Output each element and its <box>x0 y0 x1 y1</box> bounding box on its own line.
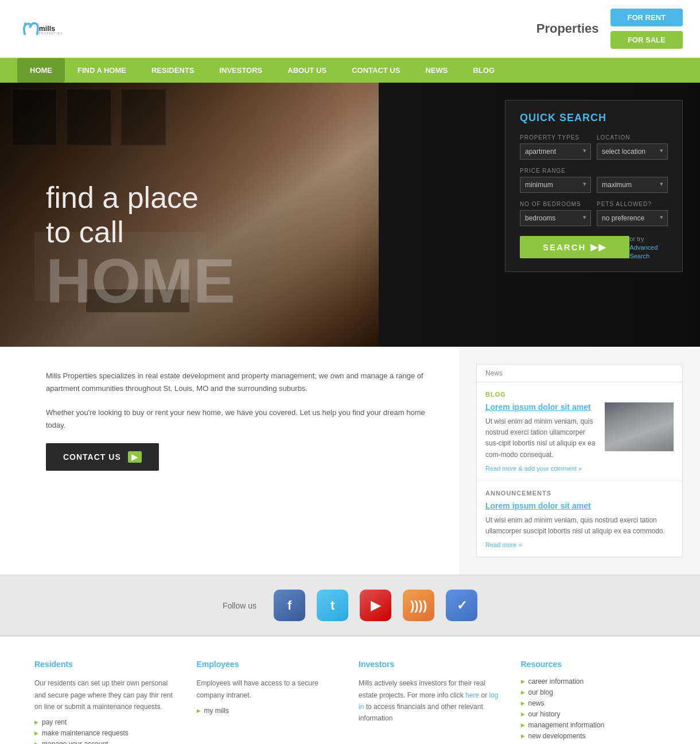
social-bar: Follow us f t ▶ )))) ✓ <box>0 575 700 636</box>
twitter-icon[interactable]: t <box>317 590 348 621</box>
footer-link-news[interactable]: news <box>521 699 666 707</box>
footer-investors-title: Investors <box>359 660 504 669</box>
footer-col-residents: Residents Our residents can set up their… <box>34 660 180 744</box>
qs-property-type-wrap: apartment house condo <box>520 144 591 160</box>
footer-link-career[interactable]: career information <box>521 677 666 685</box>
nav-item-find-a-home[interactable]: FIND A HOME <box>65 58 139 83</box>
main-content: Mills Properties specializes in real est… <box>0 347 700 575</box>
qs-label-location: LOCATION <box>597 134 668 141</box>
qs-location-wrap: select location <box>597 144 668 160</box>
news-box: News BLOG Lorem ipsum dolor sit amet Ut … <box>476 364 683 557</box>
advanced-search-link[interactable]: Advanced Search <box>629 244 658 259</box>
nav-item-residents[interactable]: RESIDENTS <box>139 58 207 83</box>
blog-news-item: Lorem ipsum dolor sit amet Ut wisi enim … <box>485 402 674 472</box>
footer-link-manage-account[interactable]: manage your account <box>34 740 180 744</box>
search-arrow-icon: ▶▶ <box>590 242 606 253</box>
properties-label: Properties <box>536 21 599 36</box>
blog-read-more-link[interactable]: Read more & add your comment » <box>485 465 596 472</box>
for-sale-button[interactable]: FOR SALE <box>610 31 683 49</box>
nav-item-contact-us[interactable]: CONTACT US <box>339 58 413 83</box>
header: mills PROPERTIES Properties FOR RENT FOR… <box>0 0 700 58</box>
youtube-icon[interactable]: ▶ <box>360 590 391 621</box>
nav-item-about-us[interactable]: ABOUT US <box>275 58 339 83</box>
footer-link-maintenance[interactable]: make maintenance requests <box>34 729 180 737</box>
footer-link-management[interactable]: management information <box>521 721 666 729</box>
announce-body: Ut wisi enim ad minim veniam, quis nostr… <box>485 515 674 537</box>
qs-label-price-max-spacer <box>597 168 668 174</box>
about-para1: Mills Properties specializes in real est… <box>46 370 436 395</box>
qs-price-min-select[interactable]: minimum <box>520 177 591 193</box>
hero-line1: find a place <box>46 180 235 215</box>
nav-item-news[interactable]: NEWS <box>413 58 460 83</box>
qs-row-price: PRICE RANGE minimum maximum <box>520 168 668 193</box>
rss-icon[interactable]: )))) <box>403 590 434 621</box>
blog-image <box>605 402 674 451</box>
hero-section: find a place to call HOME QUICK SEARCH P… <box>0 83 700 347</box>
quick-search-title: QUICK SEARCH <box>520 112 668 124</box>
qs-field-pets: PETS ALLOWED? no preference yes no <box>597 201 668 226</box>
follow-text: Follow us <box>223 601 256 610</box>
left-content: Mills Properties specializes in real est… <box>0 347 459 575</box>
svg-text:PROPERTIES: PROPERTIES <box>39 32 63 35</box>
footer-link-new-developments[interactable]: new developments <box>521 732 666 740</box>
footer-link-our-history[interactable]: our history <box>521 710 666 718</box>
qs-price-max-wrap: maximum <box>597 177 668 193</box>
footer-link-our-blog[interactable]: our blog <box>521 688 666 696</box>
header-logo[interactable]: mills PROPERTIES <box>17 19 63 39</box>
qs-property-type-select[interactable]: apartment house condo <box>520 144 591 160</box>
qs-price-min-wrap: minimum <box>520 177 591 193</box>
qs-bedrooms-select[interactable]: bedrooms 1 2 3 <box>520 210 591 226</box>
news-section-header: News <box>477 365 682 382</box>
announce-section-label: ANNOUNCEMENTS <box>485 490 674 497</box>
nav-item-blog[interactable]: BLOG <box>460 58 507 83</box>
blog-section-label: BLOG <box>485 391 674 398</box>
app-icon[interactable]: ✓ <box>446 590 477 621</box>
qs-label-pets: PETS ALLOWED? <box>597 201 668 207</box>
qs-field-bedrooms: NO OF BEDROOMS bedrooms 1 2 3 <box>520 201 591 226</box>
qs-label-property-types: PROPERTY TYPES <box>520 134 591 141</box>
footer-residents-title: Residents <box>34 660 180 669</box>
logo-area: mills PROPERTIES <box>17 19 63 39</box>
qs-pets-select[interactable]: no preference yes no <box>597 210 668 226</box>
blog-text: Lorem ipsum dolor sit amet Ut wisi enim … <box>485 402 596 472</box>
contact-btn-label: CONTACT US <box>63 452 121 462</box>
quick-search-panel: QUICK SEARCH PROPERTY TYPES apartment ho… <box>505 100 683 272</box>
qs-bottom-row: SEARCH ▶▶ or try Advanced Search <box>520 234 668 260</box>
footer-resources-title: Resources <box>521 660 666 669</box>
right-content: News BLOG Lorem ipsum dolor sit amet Ut … <box>459 347 700 575</box>
for-rent-button[interactable]: FOR RENT <box>610 9 683 26</box>
announce-read-more-link[interactable]: Read more » <box>485 541 674 548</box>
qs-field-property-type: PROPERTY TYPES apartment house condo <box>520 134 591 160</box>
nav-item-home[interactable]: HOME <box>17 58 65 83</box>
contact-us-button[interactable]: CONTACT US ▶ <box>46 443 159 471</box>
or-try-text: or try Advanced Search <box>629 234 668 260</box>
footer-columns: Residents Our residents can set up their… <box>0 636 700 744</box>
about-para2: Whether you're looking to buy or rent yo… <box>46 406 436 432</box>
hero-line3: HOME <box>46 249 235 312</box>
blog-image-placeholder <box>605 402 674 451</box>
about-text: Mills Properties specializes in real est… <box>46 370 436 432</box>
announce-title[interactable]: Lorem ipsum dolor sit amet <box>485 501 674 510</box>
contact-arrow-icon: ▶ <box>128 451 142 463</box>
announcements-section: ANNOUNCEMENTS Lorem ipsum dolor sit amet… <box>477 481 682 557</box>
search-button[interactable]: SEARCH ▶▶ <box>520 236 629 258</box>
qs-label-price-range: PRICE RANGE <box>520 168 591 174</box>
svg-text:mills: mills <box>39 24 55 32</box>
qs-location-select[interactable]: select location <box>597 144 668 160</box>
facebook-icon[interactable]: f <box>274 590 305 621</box>
footer-col-employees: Employees Employees will have access to … <box>197 660 342 744</box>
svg-point-0 <box>24 22 26 24</box>
footer-residents-body: Our residents can set up their own perso… <box>34 677 180 712</box>
qs-field-price-max: maximum <box>597 168 668 193</box>
nav-item-investors[interactable]: INVESTORS <box>207 58 275 83</box>
news-blog-section: BLOG Lorem ipsum dolor sit amet Ut wisi … <box>477 382 682 481</box>
footer-link-pay-rent[interactable]: pay rent <box>34 718 180 726</box>
footer-investors-body: Mills actively seeks investors for their… <box>359 677 504 724</box>
footer-investors-here-link[interactable]: here <box>465 691 479 699</box>
footer-employees-title: Employees <box>197 660 342 669</box>
qs-price-max-select[interactable]: maximum <box>597 177 668 193</box>
qs-field-location: LOCATION select location <box>597 134 668 160</box>
blog-title[interactable]: Lorem ipsum dolor sit amet <box>485 402 596 412</box>
search-label: SEARCH <box>543 242 586 252</box>
footer-link-my-mills[interactable]: my mills <box>197 707 342 715</box>
